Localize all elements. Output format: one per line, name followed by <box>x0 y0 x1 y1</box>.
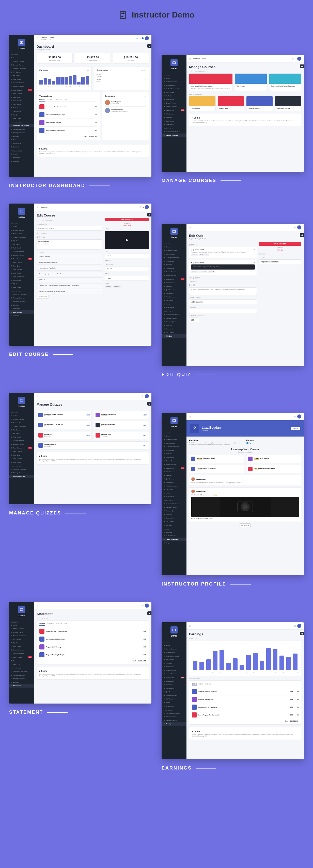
sidebar-item[interactable]: Take CourseNEW <box>9 257 34 261</box>
sidebar-item[interactable]: Student Dashboard <box>162 445 187 448</box>
section-item[interactable]: Quick List▾ <box>36 277 103 282</box>
sidebar-item[interactable]: My Courses <box>9 428 34 432</box>
statement-row[interactable]: Angular Routing In-Depth$89 <box>39 651 146 659</box>
sidebar-item[interactable]: Quiz Results <box>162 686 187 690</box>
sidebar-item[interactable]: My Courses <box>9 638 34 641</box>
sidebar-item[interactable]: Path Details <box>9 435 34 439</box>
sidebar-item[interactable]: Edit Course <box>162 331 187 334</box>
sidebar-item[interactable]: Take Quiz <box>162 116 187 119</box>
sidebar-item[interactable]: Skill Result <box>162 299 187 302</box>
sidebar-item[interactable]: Home <box>9 414 34 417</box>
sidebar-item[interactable]: Manage Courses <box>9 673 34 677</box>
sidebar-item[interactable]: Course Preview <box>9 81 34 85</box>
sidebar-item[interactable]: Instructor Dashboard <box>162 313 187 316</box>
sidebar-item[interactable]: Blog <box>162 541 187 545</box>
section-item[interactable]: Comparing Angular to Angular JS▾ <box>36 272 103 276</box>
sidebar-item[interactable]: Calendar <box>9 159 34 163</box>
sidebar-item[interactable]: Browse Courses <box>9 60 34 63</box>
sidebar-item[interactable]: Path Details <box>162 98 187 101</box>
sidebar-item[interactable]: My Courses <box>162 259 187 263</box>
sidebar-item[interactable]: Take CourseNEW <box>9 88 34 92</box>
sidebar-item[interactable]: Manage Courses <box>9 296 34 300</box>
load-more-button[interactable]: LOAD MORE <box>239 523 251 527</box>
section-item[interactable]: Creating and Communicating Between Angul… <box>36 283 103 288</box>
sidebar-item[interactable]: Lesson Preview <box>9 85 34 88</box>
sidebar-item[interactable]: Quiz Result <box>162 690 187 694</box>
sidebar-item[interactable]: Path Assessment <box>9 106 34 110</box>
sidebar-item[interactable]: My Courses <box>162 658 187 661</box>
course-card[interactable]: Learn Angular Fundamentals★★★★★ <box>246 465 301 473</box>
sidebar-item[interactable]: Instructor Dashboard <box>162 711 187 715</box>
sidebar-item[interactable]: Manage Quizzes <box>9 131 34 134</box>
sidebar-item[interactable]: Lesson Preview <box>162 463 187 466</box>
sidebar-item[interactable]: My Paths <box>162 452 187 456</box>
sidebar-item[interactable]: My Paths <box>9 432 34 435</box>
sidebar-item[interactable]: Edit Quiz <box>162 334 187 338</box>
sidebar-item[interactable]: My Paths <box>9 74 34 78</box>
sidebar-item[interactable]: Instructor Profile <box>162 537 187 541</box>
sidebar-item[interactable]: Edit Course <box>9 142 34 145</box>
quiz-card[interactable]: Newsletter Design5 Questions✎ EDIT <box>94 421 149 429</box>
statement-row[interactable]: Introduction to TypeScript$89 <box>39 635 146 643</box>
sidebar-item[interactable]: Teachers <box>162 530 187 534</box>
sidebar-item[interactable]: Quiz Results <box>162 288 187 291</box>
sidebar-item[interactable]: Student Profile <box>162 534 187 537</box>
sidebar-item[interactable]: Home <box>162 76 187 80</box>
sidebar-item[interactable]: Take CourseNEW <box>162 277 187 281</box>
sidebar-item[interactable]: Lesson Preview <box>9 652 34 655</box>
sidebar-item[interactable]: Manage Quizzes <box>162 320 187 323</box>
sidebar-item[interactable]: Take CourseNEW <box>162 676 187 679</box>
sidebar-item[interactable]: Take Lesson <box>162 281 187 284</box>
section-item[interactable]: Course Overview▾ <box>36 254 103 259</box>
sidebar-item[interactable]: Help Center <box>9 285 34 289</box>
sidebar-item[interactable]: Skill Result <box>162 697 187 701</box>
sidebar-item[interactable]: Course Preview <box>9 648 34 652</box>
sidebar-item[interactable]: Earnings <box>9 680 34 684</box>
sidebar-item[interactable]: Path Assessment <box>162 694 187 697</box>
sidebar-item[interactable]: Quiz Result <box>9 271 34 275</box>
sidebar-item[interactable]: Quiz Result <box>9 102 34 106</box>
course-card[interactable]: Angular Routing In-Depth★★★★★ <box>189 455 244 463</box>
sidebar-item[interactable]: Course Preview <box>162 459 187 463</box>
sidebar-item[interactable]: Student Dashboard <box>9 425 34 428</box>
sidebar-item[interactable]: Course Preview <box>162 270 187 274</box>
sidebar-item[interactable]: Path Details <box>162 456 187 459</box>
section-item[interactable]: Introduction to TypeScript▾ <box>36 266 103 271</box>
sidebar-item[interactable]: Take Lesson <box>9 261 34 264</box>
sidebar-item[interactable]: Quiz Results <box>9 457 34 460</box>
sidebar-item[interactable]: Take Lesson <box>9 659 34 663</box>
sidebar-item[interactable]: Lesson Preview <box>9 442 34 446</box>
sidebar-item[interactable]: Take Lesson <box>162 679 187 683</box>
sidebar-item[interactable]: Browse Paths <box>9 630 34 634</box>
sidebar-item[interactable]: Browse Paths <box>9 421 34 425</box>
sidebar-item[interactable]: My IQ <box>162 701 187 704</box>
sidebar-item[interactable]: My Paths <box>162 661 187 665</box>
sidebar-item[interactable]: Lesson Preview <box>162 105 187 108</box>
sidebar-item[interactable]: Student Dashboard <box>162 87 187 91</box>
transaction-row[interactable]: Learn Angular Fundamentals$89 <box>39 103 97 111</box>
sidebar-item[interactable]: Browse Courses <box>162 647 187 651</box>
sidebar-item[interactable]: Statement <box>9 307 34 310</box>
sidebar-item[interactable]: My Courses <box>162 91 187 94</box>
sidebar-item[interactable]: Messages <box>9 156 34 159</box>
bell-icon[interactable]: ● <box>140 37 141 39</box>
sidebar-item[interactable]: Home <box>162 644 187 647</box>
sidebar-item[interactable]: Take Quiz <box>162 474 187 477</box>
sidebar-item[interactable]: Lesson Preview <box>162 672 187 676</box>
sidebar-item[interactable]: Help Center <box>162 306 187 309</box>
sidebar-item[interactable]: Course Preview <box>9 250 34 253</box>
sidebar-item[interactable]: Manage Courses <box>162 133 187 137</box>
sidebar-item[interactable]: Skill Result <box>9 110 34 113</box>
sidebar-item[interactable]: Manage Quizzes <box>9 475 34 478</box>
editor-toolbar[interactable]: BIUS⋯ <box>36 235 103 239</box>
sidebar-item[interactable]: Take Lesson <box>9 92 34 95</box>
cart-icon[interactable]: 🛒 <box>136 37 139 39</box>
drawer-toggle[interactable]: ◀ <box>147 44 151 48</box>
sidebar-item[interactable]: Path Assessment <box>162 484 187 488</box>
sidebar-item[interactable]: My Paths <box>162 94 187 98</box>
sidebar-item[interactable]: Edit Quiz <box>9 145 34 149</box>
sidebar-item[interactable]: Help Center <box>162 704 187 708</box>
sidebar-item[interactable]: Student Dashboard <box>9 67 34 70</box>
sidebar-item[interactable]: Home <box>162 245 187 249</box>
sidebar-item[interactable]: Skill Result <box>9 278 34 282</box>
